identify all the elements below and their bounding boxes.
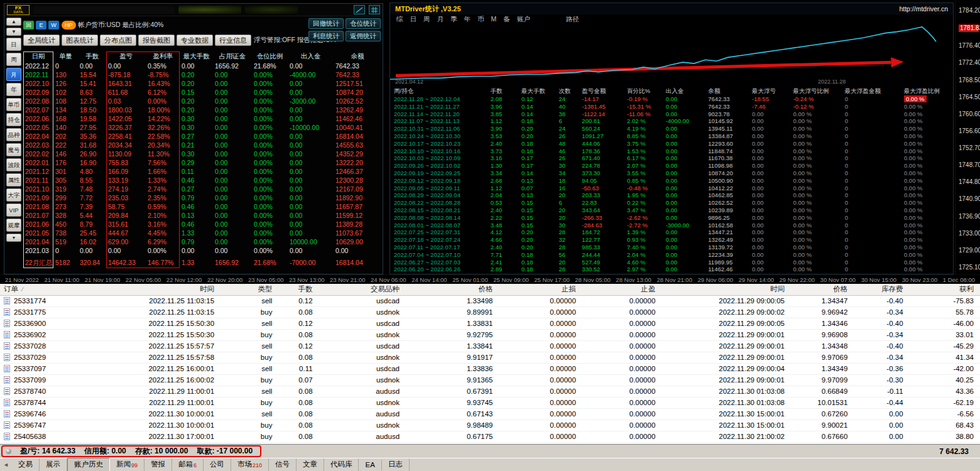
monthly-row[interactable]: 2022.0322231.682034.3420.34%0.210.000.00… (23, 141, 381, 149)
badge[interactable]: 回 (23, 21, 34, 30)
weekly-row[interactable]: 2022.09.12 ~ 2022.09.182.680.131894.050.… (391, 177, 952, 185)
orders-col-header[interactable]: 止盈 (582, 284, 662, 295)
tab-新闻[interactable]: 新闻99 (110, 458, 144, 471)
stats-toolbar-button[interactable]: 分布点图 (100, 35, 136, 46)
monthly-row[interactable]: 2021.092997.72235.032.35%0.790.000.00%0.… (23, 193, 381, 202)
monthly-row[interactable]: 2021.123014.80166.091.66%0.110.000.00%0.… (23, 167, 381, 176)
monthly-row[interactable]: 2022.0514027.953226.3732.26%0.300.000.00… (23, 123, 381, 132)
order-row[interactable]: 253967462022.11.30 10:00:01sell0.08audus… (0, 408, 980, 420)
weekly-row[interactable]: 2022.09.26 ~ 2022.10.021.300.1730224.782… (391, 162, 952, 170)
orders-col-header[interactable]: 时间 (87, 284, 220, 295)
order-row[interactable]: 253787402022.11.29 11:00:01sell0.08audus… (0, 386, 980, 397)
sidebar-collapse-icon[interactable]: ▾ (6, 234, 21, 242)
weekly-row[interactable]: 2022.09.05 ~ 2022.09.111.120.0716-50.63-… (391, 185, 952, 192)
monthly-row[interactable]: 2022.0616819.581422.0514.22%0.300.000.00… (23, 114, 381, 123)
monthly-row[interactable]: 2021.064508.79315.613.16%0.460.000.00%0.… (23, 220, 381, 229)
tab-账户历史[interactable]: 账户历史 (67, 458, 110, 471)
order-row[interactable]: 253317742022.11.25 11:03:15sell0.12usdca… (0, 295, 980, 306)
sidebar-item-日[interactable]: 日 (6, 38, 21, 51)
monthly-row[interactable]: 2021.103197.48274.192.74%0.270.000.00%0.… (23, 185, 381, 193)
order-row[interactable]: 253369002022.11.25 15:50:30sell0.12usdca… (0, 318, 980, 329)
order-row[interactable]: 253787442022.11.29 11:00:01buy0.08usdnok… (0, 397, 980, 408)
sidebar-item-属性[interactable]: 属性 (6, 173, 21, 187)
weekly-row[interactable]: 2022.06.27 ~ 2022.07.032.410.1820527.494… (391, 259, 952, 266)
weekly-row[interactable]: 2022.11.21 ~ 2022.11.273.960.1440-1381.4… (391, 103, 952, 111)
stat-button[interactable]: 利息统计 (308, 31, 344, 41)
sidebar-scroll-down-icon[interactable]: ▼ (6, 28, 21, 36)
weekly-row[interactable]: 2022.09.19 ~ 2022.09.253.340.1434373.303… (391, 170, 952, 177)
monthly-row[interactable]: 2021.0300.000.000.00%0.000.000.00%0.000.… (23, 246, 381, 255)
stats-toolbar-button[interactable]: 报告截图 (138, 35, 175, 46)
monthly-row[interactable]: 2022.0117616.90755.837.56%0.290.000.00%0… (23, 158, 381, 167)
order-row[interactable]: 253370992022.11.25 16:00:02buy0.07usdnok… (0, 374, 980, 386)
menu-item-年[interactable]: 年 (464, 15, 471, 24)
order-row[interactable]: 253369022022.11.25 15:50:30buy0.08usdnok… (0, 329, 980, 340)
menu-item-M[interactable]: M (491, 15, 497, 24)
order-row[interactable]: 253370292022.11.25 15:57:58buy0.08usdnok… (0, 352, 980, 363)
weekly-row[interactable]: 2022.08.29 ~ 2022.09.042.040.1320203.331… (391, 192, 952, 199)
orders-col-header[interactable]: 价格 (406, 284, 499, 295)
monthly-row[interactable]: 2022.0713418.501800.0318.00%0.200.000.00… (23, 106, 381, 114)
orders-col-header[interactable]: 手数 (278, 284, 318, 295)
badge[interactable]: E (36, 21, 46, 30)
order-row[interactable]: 253967472022.11.30 10:00:01buy0.08usdnok… (0, 420, 980, 431)
tab-文章[interactable]: 文章 (297, 458, 324, 471)
tab-日志[interactable]: 日志 (382, 458, 410, 471)
monthly-summary-row[interactable]: 22月汇总5182320.8414642.33146.77%1.331656.9… (23, 258, 381, 267)
orders-col-header[interactable]: 止损 (499, 284, 582, 295)
sidebar-item-观摩[interactable]: 观摩 (6, 219, 21, 232)
weekly-row[interactable]: 2022.08.08 ~ 2022.08.142.220.1520-266.33… (391, 214, 952, 222)
weekly-row[interactable]: 2022.10.17 ~ 2022.10.232.400.1848444.063… (391, 140, 952, 148)
weekly-row[interactable]: 2022.10.10 ~ 2022.10.163.730.1846178.361… (391, 148, 952, 155)
menu-item-月[interactable]: 月 (437, 15, 444, 24)
badge[interactable]: W (48, 21, 59, 30)
sidebar-item-VIP[interactable]: VIP (6, 203, 21, 217)
menu-item-季[interactable]: 季 (450, 15, 457, 24)
orders-col-header[interactable]: 类型 (220, 284, 278, 295)
weekly-row[interactable]: 2022.10.31 ~ 2022.11.063.900.2024560.244… (391, 125, 952, 133)
weekly-row[interactable]: 2022.07.04 ~ 2022.07.107.710.1856244.442… (391, 251, 952, 259)
weekly-row[interactable]: 2022.11.07 ~ 2022.11.131.120.186200.812.… (391, 117, 952, 125)
weekly-row[interactable]: 2022.10.03 ~ 2022.10.093.160.1726671.406… (391, 154, 952, 162)
orders-col-header[interactable]: 获利 (910, 284, 980, 295)
monthly-row[interactable]: 2021.073285.44209.842.10%0.130.000.00%0.… (23, 211, 381, 220)
stats-toolbar-button[interactable]: 全局统计 (23, 35, 60, 46)
weekly-row[interactable]: 2022.08.22 ~ 2022.08.280.530.15622.830.2… (391, 199, 952, 207)
menu-item-账户[interactable]: 账户 (517, 15, 530, 24)
sidebar-item-波段[interactable]: 波段 (6, 158, 21, 171)
tab-邮箱[interactable]: 邮箱6 (172, 458, 204, 471)
stats-toolbar-button[interactable]: 专业数据 (177, 35, 213, 46)
orders-col-header[interactable]: 交易品种 (319, 284, 406, 295)
weekly-row[interactable]: 2022.08.15 ~ 2022.08.212.400.1520343.643… (391, 207, 952, 214)
monthly-row[interactable]: 2022.0810812.750.030.00%0.200.000.00%-30… (23, 97, 381, 106)
sidebar-item-年[interactable]: 年 (6, 83, 21, 96)
monthly-row[interactable]: 2022.091028.63611.686.12%0.150.000.00%0.… (23, 88, 381, 97)
order-row[interactable]: 254056382022.11.30 17:00:01buy0.08audusd… (0, 431, 980, 442)
tab-代码库[interactable]: 代码库 (324, 458, 359, 471)
monthly-row[interactable]: 2022.1012615.411643.3116.43%0.200.000.00… (23, 79, 381, 88)
sidebar-item-单币[interactable]: 单币 (6, 98, 21, 111)
monthly-row[interactable]: 2021.113058.55133.191.33%0.460.000.00%0.… (23, 176, 381, 185)
weekly-row[interactable]: 2022.07.11 ~ 2022.07.172.400.2028985.337… (391, 244, 952, 251)
menu-item-币[interactable]: 币 (477, 15, 484, 24)
menu-item-周[interactable]: 周 (423, 15, 430, 24)
menu-item-path[interactable]: 路径 (566, 15, 579, 24)
monthly-row[interactable]: 2021.0573825.45444.674.45%1.330.000.00%0… (23, 229, 381, 237)
weekly-row[interactable]: 2022.07.18 ~ 2022.07.244.660.2032122.770… (391, 236, 952, 244)
stat-button[interactable]: 回撤统计 (308, 18, 344, 29)
monthly-row[interactable]: 2022.0420235.362258.4122.58%0.270.000.00… (23, 132, 381, 141)
weekly-row[interactable]: 2022.11.28 ~ 2022.12.042.080.1224-14.17-… (391, 95, 952, 103)
order-row[interactable]: 253370972022.11.25 16:00:01sell0.11usdca… (0, 363, 980, 374)
weekly-row[interactable]: 2022.06.20 ~ 2022.06.262.890.1828330.522… (391, 266, 952, 273)
orders-col-header[interactable]: 库存费 (854, 284, 909, 295)
weekly-row[interactable]: 2022.08.01 ~ 2022.08.073.480.1530-284.63… (391, 222, 952, 229)
stat-button[interactable]: 返佣统计 (346, 31, 381, 41)
menu-item-日[interactable]: 日 (410, 15, 417, 24)
orders-col-header[interactable]: 订单∕ (0, 284, 87, 295)
monthly-row[interactable]: 2021.0451916.02629.006.29%0.790.000.00%1… (23, 237, 381, 246)
mtdriver-url[interactable]: http://mtdriver.cn (899, 5, 948, 13)
sidebar-item-持仓[interactable]: 持仓 (6, 113, 21, 126)
order-row[interactable]: 253370282022.11.25 15:57:57sell0.12usdca… (0, 340, 980, 352)
order-row[interactable]: 253317752022.11.25 11:03:15buy0.08usdnok… (0, 306, 980, 318)
weekly-row[interactable]: 2022.11.14 ~ 2022.11.203.850.1438-1122.1… (391, 111, 952, 118)
